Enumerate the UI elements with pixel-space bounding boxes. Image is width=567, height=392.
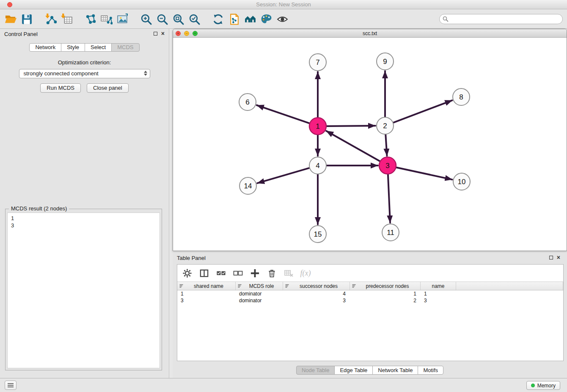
- graph-edge-3-10[interactable]: [396, 168, 452, 180]
- graph-edge-1-6[interactable]: [257, 105, 309, 124]
- network-maximize-button[interactable]: +: [193, 31, 198, 36]
- mcds-result-list[interactable]: 1 3: [7, 213, 160, 368]
- graph-node-7[interactable]: 7: [309, 54, 326, 71]
- zoom-fit-button[interactable]: [170, 11, 186, 27]
- graph-node-label: 2: [383, 122, 387, 130]
- graph-node-label: 1: [316, 122, 319, 130]
- column-header-shared-name[interactable]: shared name: [177, 282, 236, 290]
- cell-mcds-role: dominator: [236, 290, 283, 297]
- graph-edge-1-2[interactable]: [327, 126, 375, 126]
- column-header-filler: [456, 282, 563, 290]
- cell-shared-name: 1: [177, 290, 236, 297]
- graph-node-11[interactable]: 11: [382, 224, 399, 241]
- control-panel-float-icon[interactable]: [154, 32, 157, 36]
- show-columns-button[interactable]: [198, 268, 209, 279]
- graph-edge-2-8[interactable]: [394, 100, 452, 123]
- optimization-criterion-select[interactable]: strongly connected component: [19, 69, 150, 78]
- network-document-button[interactable]: [226, 11, 242, 27]
- tab-select[interactable]: Select: [85, 43, 112, 52]
- zoom-out-icon: [156, 13, 168, 25]
- save-icon: [21, 13, 33, 25]
- graph-edge-2-3[interactable]: [385, 135, 387, 156]
- zoom-selected-button[interactable]: [186, 11, 202, 27]
- network-canvas-svg[interactable]: 7968124314101511: [173, 38, 567, 251]
- control-panel-close-icon[interactable]: ×: [161, 31, 165, 36]
- table-panel-content: f(x) shared name MCDS role successor nod…: [177, 264, 564, 361]
- open-session-button[interactable]: [3, 11, 19, 27]
- new-network-button[interactable]: [82, 11, 98, 27]
- create-column-button[interactable]: [249, 268, 260, 279]
- show-hide-button[interactable]: [274, 11, 290, 27]
- control-panel: Control Panel × Network Style Select MCD…: [0, 29, 169, 378]
- close-panel-button[interactable]: Close panel: [87, 83, 129, 93]
- zoom-fit-icon: [172, 13, 184, 25]
- table-panel-float-icon[interactable]: [549, 256, 553, 259]
- run-mcds-button[interactable]: Run MCDS: [40, 83, 81, 93]
- network-window-titlebar[interactable]: × − + scc.txt: [173, 29, 567, 38]
- add-column-icon: [250, 268, 260, 278]
- import-table-button[interactable]: [58, 11, 74, 27]
- zoom-in-button[interactable]: [138, 11, 154, 27]
- cell-mcds-role: dominator: [236, 297, 283, 304]
- column-header-name[interactable]: name: [421, 282, 456, 290]
- cell-name: 3: [421, 297, 456, 304]
- style-palette-icon: [260, 13, 272, 25]
- search-input[interactable]: [439, 14, 563, 24]
- tab-node-table[interactable]: Node Table: [296, 366, 335, 375]
- tab-mcds[interactable]: MCDS: [111, 43, 139, 52]
- import-network-button[interactable]: [42, 11, 58, 27]
- graph-edge-3-1[interactable]: [326, 131, 380, 161]
- first-neighbors-button[interactable]: [242, 11, 258, 27]
- function-builder-button[interactable]: f(x): [300, 268, 311, 279]
- network-canvas[interactable]: 7968124314101511: [173, 38, 567, 251]
- memory-button[interactable]: Memory: [526, 381, 560, 390]
- select-all-button[interactable]: [215, 268, 226, 279]
- show-hide-eye-icon: [276, 13, 289, 25]
- tab-network[interactable]: Network: [29, 43, 61, 52]
- column-header-predecessor-nodes[interactable]: predecessor nodes: [350, 282, 421, 290]
- tab-network-table[interactable]: Network Table: [372, 366, 418, 375]
- mcds-result-title: MCDS result (2 nodes): [9, 205, 69, 212]
- column-header-successor-nodes[interactable]: successor nodes: [283, 282, 350, 290]
- tab-motifs[interactable]: Motifs: [418, 366, 443, 375]
- graph-node-10[interactable]: 10: [453, 173, 470, 190]
- tab-style[interactable]: Style: [61, 43, 85, 52]
- window-close-button[interactable]: [7, 2, 12, 7]
- graph-node-3[interactable]: 3: [379, 157, 396, 174]
- graph-node-4[interactable]: 4: [309, 157, 326, 174]
- style-button[interactable]: [258, 11, 274, 27]
- delete-table-button[interactable]: [283, 268, 294, 279]
- table-panel-close-icon[interactable]: ×: [557, 255, 560, 259]
- network-close-button[interactable]: ×: [176, 31, 181, 36]
- graph-node-8[interactable]: 8: [453, 88, 470, 105]
- apply-layout-button[interactable]: [210, 11, 226, 27]
- graph-node-9[interactable]: 9: [377, 53, 394, 70]
- deselect-all-button[interactable]: [232, 268, 243, 279]
- graph-edge-3-11[interactable]: [388, 174, 390, 223]
- graph-node-6[interactable]: 6: [239, 94, 256, 110]
- graph-node-15[interactable]: 15: [309, 226, 326, 243]
- column-header-mcds-role[interactable]: MCDS role: [236, 282, 283, 290]
- import-network-icon: [44, 13, 57, 25]
- graph-edge-4-14[interactable]: [257, 168, 309, 183]
- network-minimize-button[interactable]: −: [184, 31, 189, 36]
- export-image-button[interactable]: [114, 11, 130, 27]
- graph-node-2[interactable]: 2: [377, 117, 394, 134]
- save-session-button[interactable]: [19, 11, 35, 27]
- table-options-button[interactable]: [182, 268, 193, 279]
- graph-node-14[interactable]: 14: [239, 177, 256, 194]
- list-icon: [7, 383, 14, 388]
- delete-column-button[interactable]: [266, 268, 277, 279]
- graph-node-1[interactable]: 1: [309, 118, 326, 135]
- table-row[interactable]: 3 dominator 3 2 3: [177, 297, 563, 304]
- table-header-row: shared name MCDS role successor nodes pr…: [177, 282, 563, 290]
- network-window-title: scc.txt: [363, 30, 377, 36]
- table-row[interactable]: 1 dominator 4 1 1: [177, 290, 563, 297]
- sort-icon: [179, 284, 184, 288]
- tab-edge-table[interactable]: Edge Table: [334, 366, 373, 375]
- zoom-out-button[interactable]: [154, 11, 170, 27]
- refresh-icon: [212, 13, 224, 25]
- table-panel: Table Panel ×: [173, 253, 567, 378]
- task-history-button[interactable]: [5, 381, 17, 390]
- network-from-table-button[interactable]: [98, 11, 114, 27]
